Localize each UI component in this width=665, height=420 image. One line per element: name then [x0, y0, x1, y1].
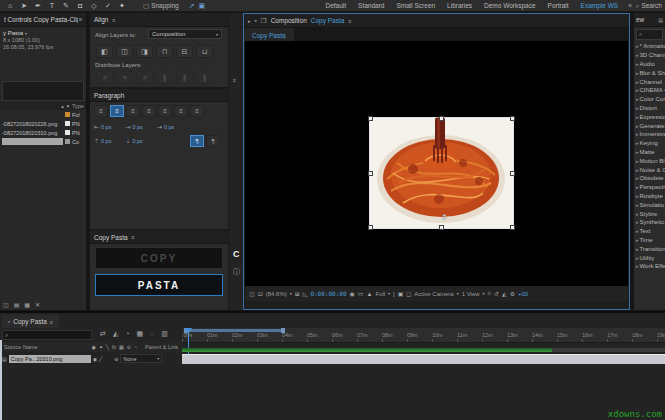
effects-category[interactable]: ▸ Immersive [634, 130, 665, 139]
effects-category[interactable]: ▸ Simulatio [634, 200, 665, 209]
workspace-overflow-icon[interactable]: » [628, 2, 632, 9]
composition-viewer[interactable]: ⇕ [245, 41, 628, 286]
effects-panel-tab[interactable]: ew ▤ [634, 13, 665, 27]
current-time-display[interactable]: 0:00:00:00 [310, 290, 346, 297]
left-indent-field[interactable]: ⇤ 0 px [94, 123, 111, 130]
panel-menu-icon[interactable]: ≡ [348, 18, 351, 24]
view-layout-dropdown[interactable]: 1 View [462, 291, 480, 297]
filter-icon[interactable]: ✦ [66, 103, 70, 109]
project-item-row[interactable]: -08272018020226.png PN [0, 119, 86, 128]
roto-brush-icon[interactable]: ✓ [101, 2, 115, 10]
justify-all-button[interactable]: ≡ [190, 105, 204, 117]
show-channels-icon[interactable]: ▭ [358, 290, 364, 297]
flowchart-icon[interactable]: ⌗ [488, 290, 491, 297]
workspace-item[interactable]: Standard [358, 2, 384, 9]
effects-category[interactable]: ▸ Expressio [634, 112, 665, 121]
chevron-right-icon[interactable]: ▸ [636, 123, 639, 129]
eye-icon[interactable]: ◉ [93, 356, 97, 362]
sort-up-icon[interactable]: ▴ [61, 103, 64, 109]
chevron-right-icon[interactable]: ▸ [636, 114, 639, 120]
gear-icon[interactable]: ⚙ [510, 290, 515, 297]
align-left-button[interactable]: ◧ [96, 45, 113, 58]
spacing-value[interactable]: 0 px [101, 138, 111, 144]
panel-menu-icon[interactable]: ≡ [132, 234, 135, 240]
chevron-right-icon[interactable]: ▸ [636, 149, 639, 155]
snapping-toggle[interactable]: ▢ Snapping [143, 2, 179, 10]
chevron-right-icon[interactable]: ▸ [636, 105, 639, 111]
motion-blur-icon[interactable]: ◌ [150, 330, 154, 338]
effects-category[interactable]: ▸ Blur & Sha [634, 68, 665, 77]
clone-stamp-icon[interactable]: ◘ [73, 2, 87, 9]
effects-category[interactable]: ▸ Synthetic... [634, 218, 665, 227]
panel-menu-icon[interactable]: ≡ [112, 17, 115, 23]
chevron-right-icon[interactable]: ▸ [636, 158, 639, 164]
pasta-button[interactable]: PASTA [95, 274, 223, 296]
effects-category[interactable]: ▸ Text [634, 227, 665, 236]
chevron-right-icon[interactable]: ▸ [636, 237, 639, 243]
selection-handle[interactable] [510, 171, 515, 176]
chevron-right-icon[interactable]: ▸ [248, 18, 251, 24]
delete-item-icon[interactable]: ✕ [35, 301, 40, 308]
snapping-checkbox-icon[interactable]: ▢ [143, 2, 149, 10]
layer-row[interactable]: ▤ Copy Pa...20310.png ◉ ╱ ⊚ None ▾ [0, 353, 182, 364]
resolution-dropdown[interactable]: Full [375, 291, 385, 297]
interpret-footage-icon[interactable]: ◫ [3, 301, 9, 308]
rtl-direction-button[interactable]: ¶ [206, 135, 220, 147]
align-bottom-button[interactable]: ⊔ [196, 45, 213, 58]
motion-blur-col-icon[interactable]: ⊘ [127, 344, 131, 350]
effects-category[interactable]: ▸ Keying [634, 139, 665, 148]
transparency-grid-icon[interactable]: ◻ [406, 290, 411, 297]
camera-dropdown[interactable]: Active Camera [414, 291, 453, 297]
effects-category[interactable]: ▸ Obsolete [634, 174, 665, 183]
effects-category[interactable]: ▸ Utility [634, 253, 665, 262]
selection-handle[interactable] [439, 225, 444, 230]
align-text-center-button[interactable]: ≡ [110, 105, 124, 117]
project-item-row[interactable]: -08272018020310.png PN [0, 128, 86, 137]
type-tool-icon[interactable]: T [45, 2, 59, 9]
eraser-tool-icon[interactable]: ◇ [87, 2, 101, 10]
chevron-right-icon[interactable]: ▸ [636, 202, 639, 208]
workspace-item[interactable]: Demo Workspace [484, 2, 536, 9]
effects-category[interactable]: ▸ 3D Chann [634, 51, 665, 60]
selection-handle[interactable] [510, 116, 515, 121]
distribute-top-button[interactable]: ≡ [96, 71, 113, 84]
distribute-left-button[interactable]: ∥ [156, 71, 173, 84]
align-right-button[interactable]: ◨ [136, 45, 153, 58]
effects-category[interactable]: ▸ Transition [634, 244, 665, 253]
align-top-button[interactable]: ⊓ [156, 45, 173, 58]
chevron-right-icon[interactable]: ▸ [636, 131, 639, 137]
paragraph-panel-header[interactable]: Paragraph [90, 89, 228, 102]
copy-button[interactable]: COPY [95, 247, 223, 269]
workspace-item[interactable]: Default [325, 2, 346, 9]
parent-link-column[interactable]: Parent & Link [145, 344, 178, 350]
home-icon[interactable]: ⌂ [3, 2, 17, 9]
justify-last-left-button[interactable]: ≡ [142, 105, 156, 117]
distribute-hcenter-button[interactable]: ∥ [176, 71, 193, 84]
panel-menu-icon[interactable]: ≡ [50, 319, 53, 325]
pen-tool-icon[interactable]: ✒ [31, 2, 45, 10]
tab-overflow-icon[interactable]: » [78, 16, 82, 23]
region-of-interest-icon[interactable]: ▣ [398, 290, 404, 297]
parent-dropdown[interactable]: None ▾ [120, 354, 162, 363]
chevron-right-icon[interactable]: ▸ [636, 87, 639, 93]
effect-controls-tab[interactable]: t Controls Copy Pasta-Clipp » [0, 13, 86, 27]
chevron-right-icon[interactable]: ▸ [636, 43, 639, 49]
timeline-search-box[interactable]: ⌕ [2, 330, 92, 340]
ltr-direction-button[interactable]: ¶ [190, 135, 204, 147]
collapsed-tab-label[interactable]: C [233, 249, 240, 259]
pencil-tool-icon[interactable]: ✎ [59, 2, 73, 10]
chevron-right-icon[interactable]: ▸ [636, 255, 639, 261]
chevron-right-icon[interactable]: ▸ [636, 70, 639, 76]
chevron-right-icon[interactable]: ▸ [636, 193, 639, 199]
selection-handle[interactable] [368, 171, 373, 176]
frame-blend-col-icon[interactable]: ▦ [119, 344, 124, 350]
layer-name[interactable]: Copy Pa...20310.png [9, 355, 91, 363]
distribute-right-button[interactable]: ∥ [196, 71, 213, 84]
effects-category[interactable]: ▸ Noise & G [634, 165, 665, 174]
chevron-right-icon[interactable]: ▸ [636, 219, 639, 225]
layer-duration-bar[interactable] [182, 354, 665, 364]
chevron-right-icon[interactable]: ▸ [636, 263, 639, 269]
effects-category[interactable]: ▸ Perspectiv [634, 183, 665, 192]
indent-value[interactable]: 0 px [132, 124, 142, 130]
selection-handle[interactable] [368, 225, 373, 230]
